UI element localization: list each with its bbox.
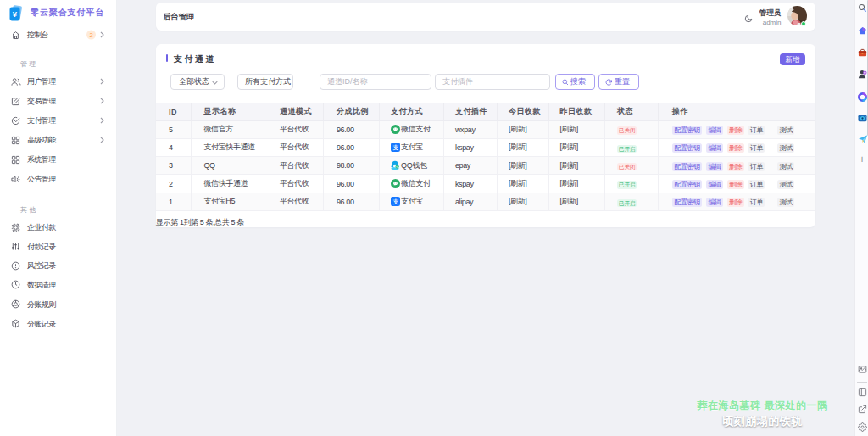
svg-text:支: 支 bbox=[392, 198, 398, 205]
svg-text:支: 支 bbox=[392, 144, 398, 151]
svg-text:¥: ¥ bbox=[13, 9, 18, 19]
